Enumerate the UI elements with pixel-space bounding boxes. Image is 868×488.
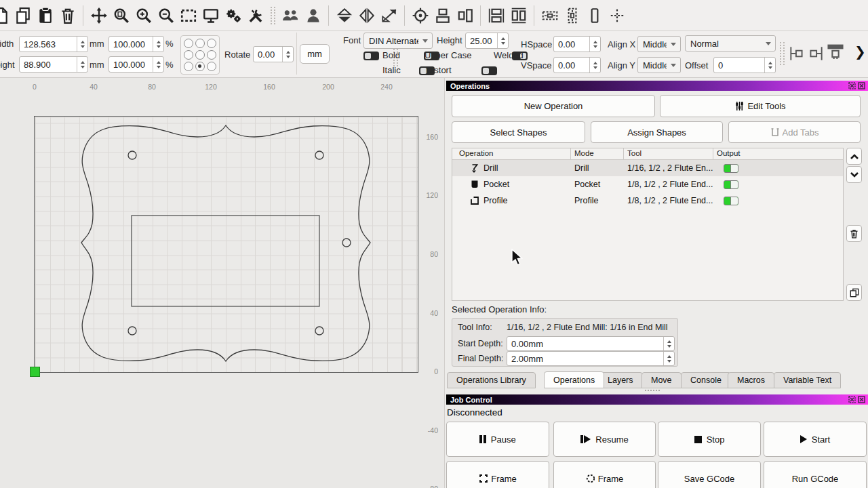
delete-icon[interactable] [58,6,77,24]
anchor-top-center[interactable] [195,39,205,48]
flip-horizontal-icon[interactable] [357,6,376,24]
job-control-panel-header[interactable]: Job Control [446,394,868,405]
new-document-icon[interactable] [0,6,9,24]
center-target-icon[interactable] [411,6,429,24]
height-stepper[interactable] [77,57,87,72]
align-horizontal-icon[interactable] [433,6,452,24]
anchor-bottom-right[interactable] [207,62,216,71]
run-gcode-button[interactable]: Run GCode [764,461,867,488]
edit-tools-button[interactable]: Edit Tools [660,95,861,117]
match-height-icon[interactable] [563,6,581,24]
anchor-bottom-center[interactable] [195,62,205,71]
stop-button[interactable]: Stop [658,422,761,457]
text-height-input[interactable]: 25.00 [465,33,509,49]
width-input[interactable]: 128.563 [19,36,88,52]
operation-row-pocket[interactable]: Pocket Pocket 1/8, 1/2 , 2 Flute End... [452,176,843,192]
anchor-point-grid[interactable] [180,35,220,75]
frame-circle-button[interactable]: Frame [553,461,656,488]
width-stepper[interactable] [77,37,87,52]
final-depth-stepper[interactable] [663,352,674,365]
anchor-bottom-left[interactable] [184,62,193,71]
close-panel-icon[interactable] [858,396,865,403]
distort-toggle[interactable] [481,66,497,75]
align-to-right-machine-icon[interactable] [807,45,825,62]
start-depth-input[interactable]: 0.00mm [507,336,675,351]
bold-toggle[interactable] [363,52,379,60]
anchor-top-right[interactable] [207,39,216,48]
operations-panel-header[interactable]: Operations [446,81,868,91]
shear-icon[interactable] [380,6,398,24]
new-operation-button[interactable]: New Operation [452,95,655,117]
tab-variable-text[interactable]: Variable Text [774,372,841,388]
output-toggle[interactable] [724,160,738,176]
anchor-middle-center[interactable] [195,50,205,60]
undock-panel-icon[interactable] [848,82,856,89]
units-button[interactable]: mm [300,44,330,64]
align-x-dropdown[interactable]: Middle [637,36,681,52]
font-dropdown[interactable]: DIN Alternate [363,33,433,49]
save-gcode-button[interactable]: Save GCode [658,461,761,488]
design-shapes[interactable] [0,78,445,488]
anchor-top-left[interactable] [184,39,193,48]
tab-console[interactable]: Console [681,372,731,388]
hspace-stepper[interactable] [589,37,600,52]
machine-bed-icon[interactable] [826,42,845,61]
select-shapes-button[interactable]: Select Shapes [452,121,585,143]
operation-row-profile[interactable]: Profile Profile 1/8, 1/2 , 2 Flute End..… [452,192,843,209]
paste-icon[interactable] [36,6,54,24]
copy-icon[interactable] [14,6,32,24]
offset-input[interactable]: 0 [713,57,776,73]
tab-operations-library[interactable]: Operations Library [447,372,536,388]
settings-gears-icon[interactable] [224,6,242,24]
width-percent-input[interactable]: 100.000 [108,36,164,52]
output-toggle[interactable] [724,192,738,209]
anchor-middle-right[interactable] [207,50,216,60]
operation-row-drill[interactable]: Drill Drill 1/16, 1/2 , 2 Flute En... [452,160,843,176]
start-depth-stepper[interactable] [663,337,674,350]
operations-table[interactable]: Operation Mode Tool Output Drill Drill 1… [452,148,844,301]
users-icon[interactable] [281,6,300,24]
add-tabs-button[interactable]: Add Tabs [728,121,861,143]
hspace-input[interactable]: 0.00 [553,36,601,52]
offset-stepper[interactable] [764,58,775,73]
assign-shapes-button[interactable]: Assign Shapes [591,121,723,143]
undock-panel-icon[interactable] [848,396,856,403]
vspace-input[interactable]: 0.00 [553,57,601,73]
tab-macros[interactable]: Macros [728,372,774,388]
position-icon[interactable] [608,6,626,24]
distribute-horizontal-icon[interactable] [487,6,505,24]
align-vertical-icon[interactable] [456,6,474,24]
height-percent-stepper[interactable] [153,57,163,72]
delete-operation-button[interactable] [846,225,862,242]
style-dropdown[interactable]: Normal [685,35,776,52]
panel-icon[interactable] [585,6,604,24]
rotate-stepper[interactable] [282,47,293,62]
align-to-left-machine-icon[interactable] [788,45,806,62]
resume-button[interactable]: Resume [553,422,656,457]
height-percent-input[interactable]: 100.000 [108,56,164,73]
match-width-icon[interactable] [540,6,559,24]
final-depth-input[interactable]: 2.00mm [507,351,675,366]
job-origin-marker[interactable] [30,367,40,377]
width-percent-stepper[interactable] [153,37,163,52]
output-toggle[interactable] [724,176,738,192]
zoom-page-icon[interactable] [112,6,130,24]
marquee-select-icon[interactable] [179,6,197,24]
move-operation-down-button[interactable] [846,166,862,183]
pan-icon[interactable] [90,6,108,24]
tab-operations[interactable]: Operations [544,371,604,388]
vspace-stepper[interactable] [589,58,600,73]
expand-toolbar-chevron[interactable]: ❯ [854,43,866,60]
align-y-dropdown[interactable]: Middle [637,57,681,73]
tools-icon[interactable] [246,6,264,24]
text-height-stepper[interactable] [497,33,508,48]
close-panel-icon[interactable] [858,82,865,89]
height-input[interactable]: 88.900 [19,56,88,73]
tab-layers[interactable]: Layers [598,372,643,388]
move-operation-up-button[interactable] [846,148,862,165]
distribute-vertical-icon[interactable] [509,6,528,24]
start-button[interactable]: Start [764,422,867,457]
pause-button[interactable]: Pause [446,422,549,457]
splitter-handle[interactable] [645,390,660,392]
flip-vertical-icon[interactable] [335,6,353,24]
